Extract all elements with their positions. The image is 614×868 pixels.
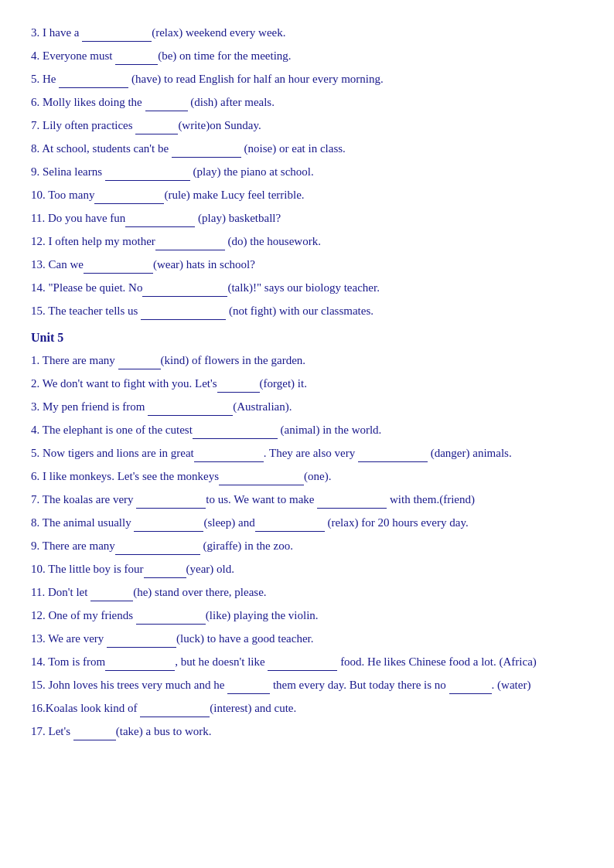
u5-line-3-text: 3. My pen friend is from bbox=[31, 400, 148, 413]
line-3-text: (relax) weekend every week. bbox=[152, 26, 285, 39]
line-9-num: 9. Selina learns bbox=[31, 165, 105, 178]
u5-line-16: 16.Koalas look kind of (interest) and cu… bbox=[31, 699, 583, 717]
u5-line-2: 2. We don't want to fight with you. Let'… bbox=[31, 374, 583, 393]
u5-blank-11[interactable] bbox=[90, 589, 133, 601]
u5-line-11: 11. Don't let (he) stand over there, ple… bbox=[31, 583, 583, 601]
u5-line-6-text: 6. I like monkeys. Let's see the monkeys bbox=[31, 470, 219, 482]
line-14-text: (talk)!" says our biology teacher. bbox=[227, 281, 379, 294]
line-15-num: 15. The teacher tells us bbox=[31, 305, 141, 317]
blank-15[interactable] bbox=[141, 308, 226, 320]
u5-line-4: 4. The elephant is one of the cutest (an… bbox=[31, 420, 583, 439]
blank-5[interactable] bbox=[59, 76, 128, 88]
u5-line-9-text: 9. There are many bbox=[31, 540, 115, 552]
line-6-text: (dish) after meals. bbox=[188, 96, 275, 108]
exercise-container: 3. I have a (relax) weekend every week. … bbox=[31, 23, 583, 740]
line-12-text: (do) the housework. bbox=[225, 235, 321, 247]
line-12: 12. I often help my mother (do) the hous… bbox=[31, 232, 583, 250]
u5-blank-13[interactable] bbox=[107, 635, 176, 648]
blank-14[interactable] bbox=[142, 284, 227, 297]
u5-line-11-text: 11. Don't let bbox=[31, 586, 90, 598]
u5-line-9: 9. There are many (giraffe) in the zoo. bbox=[31, 536, 583, 555]
u5-blank-15b[interactable] bbox=[449, 682, 492, 694]
line-4-num: 4. Everyone must bbox=[31, 49, 115, 62]
u5-line-10-text: 10. The little boy is four bbox=[31, 563, 144, 575]
line-6-num: 6. Molly likes doing the bbox=[31, 96, 145, 108]
blank-7[interactable] bbox=[135, 122, 178, 134]
blank-3[interactable] bbox=[82, 29, 152, 42]
u5-line-5-text: 5. Now tigers and lions are in great bbox=[31, 447, 194, 459]
blank-6[interactable] bbox=[145, 99, 188, 111]
u5-blank-8b[interactable] bbox=[255, 519, 325, 532]
blank-12[interactable] bbox=[155, 238, 225, 250]
line-13-num: 13. Can we bbox=[31, 258, 84, 271]
u5-line-13: 13. We are very (luck) to have a good te… bbox=[31, 629, 583, 648]
line-13-text: (wear) hats in school? bbox=[153, 258, 255, 271]
u5-blank-9[interactable] bbox=[115, 543, 200, 555]
blank-8[interactable] bbox=[172, 145, 241, 158]
line-5-text: (have) to read English for half an hour … bbox=[128, 73, 383, 85]
u5-line-17: 17. Let's (take) a bus to work. bbox=[31, 722, 583, 740]
line-4: 4. Everyone must (be) on time for the me… bbox=[31, 46, 583, 65]
u5-blank-17[interactable] bbox=[73, 728, 116, 740]
line-7-num: 7. Lily often practices bbox=[31, 119, 135, 131]
line-10-num: 10. Too many bbox=[31, 189, 94, 201]
u5-line-16-text: 16.Koalas look kind of bbox=[31, 702, 140, 714]
line-15: 15. The teacher tells us (not fight) wit… bbox=[31, 301, 583, 320]
line-15-text: (not fight) with our classmates. bbox=[226, 305, 374, 317]
u5-blank-14b[interactable] bbox=[268, 659, 337, 671]
u5-blank-3[interactable] bbox=[148, 403, 233, 416]
u5-blank-2[interactable] bbox=[217, 380, 260, 393]
u5-blank-4[interactable] bbox=[193, 427, 278, 439]
line-10: 10. Too many(rule) make Lucy feel terrib… bbox=[31, 186, 583, 204]
blank-10[interactable] bbox=[94, 192, 164, 204]
u5-line-4-text: 4. The elephant is one of the cutest bbox=[31, 424, 193, 436]
line-14-num: 14. "Please be quiet. No bbox=[31, 281, 142, 294]
line-11: 11. Do you have fun (play) basketball? bbox=[31, 209, 583, 227]
u5-blank-16[interactable] bbox=[140, 705, 210, 717]
u5-blank-7b[interactable] bbox=[317, 496, 387, 509]
line-14: 14. "Please be quiet. No(talk)!" says ou… bbox=[31, 278, 583, 297]
u5-line-1: 1. There are many (kind) of flowers in t… bbox=[31, 351, 583, 369]
line-7: 7. Lily often practices (write)on Sunday… bbox=[31, 116, 583, 134]
blank-11[interactable] bbox=[125, 215, 195, 227]
u5-blank-5b[interactable] bbox=[358, 450, 428, 462]
u5-line-5: 5. Now tigers and lions are in great. Th… bbox=[31, 444, 583, 462]
line-11-text: (play) basketball? bbox=[195, 212, 281, 224]
u5-line-17-text: 17. Let's bbox=[31, 725, 73, 737]
u5-line-7-text: 7. The koalas are very bbox=[31, 493, 136, 505]
blank-9[interactable] bbox=[105, 168, 190, 181]
line-13: 13. Can we(wear) hats in school? bbox=[31, 255, 583, 274]
u5-line-7: 7. The koalas are very to us. We want to… bbox=[31, 490, 583, 509]
u5-blank-12[interactable] bbox=[136, 612, 206, 625]
blank-4[interactable] bbox=[115, 53, 158, 65]
line-9: 9. Selina learns (play) the piano at sch… bbox=[31, 162, 583, 181]
u5-blank-1[interactable] bbox=[118, 357, 161, 369]
blank-13[interactable] bbox=[84, 261, 153, 274]
u5-blank-6[interactable] bbox=[219, 473, 304, 485]
u5-line-2-text: 2. We don't want to fight with you. Let'… bbox=[31, 377, 217, 390]
line-6: 6. Molly likes doing the (dish) after me… bbox=[31, 93, 583, 111]
line-8: 8. At school, students can't be (noise) … bbox=[31, 139, 583, 158]
u5-blank-7a[interactable] bbox=[136, 496, 206, 509]
u5-line-6: 6. I like monkeys. Let's see the monkeys… bbox=[31, 467, 583, 485]
u5-line-3: 3. My pen friend is from (Australian). bbox=[31, 397, 583, 416]
line-11-num: 11. Do you have fun bbox=[31, 212, 125, 224]
line-7-text: (write)on Sunday. bbox=[178, 119, 261, 131]
u5-line-8-text: 8. The animal usually bbox=[31, 516, 134, 529]
u5-line-14: 14. Tom is from, but he doesn't like foo… bbox=[31, 652, 583, 671]
line-8-num: 8. At school, students can't be bbox=[31, 142, 172, 155]
u5-line-14-text: 14. Tom is from bbox=[31, 655, 105, 668]
u5-line-12: 12. One of my friends (like) playing the… bbox=[31, 606, 583, 625]
u5-blank-15a[interactable] bbox=[227, 682, 270, 694]
line-12-num: 12. I often help my mother bbox=[31, 235, 155, 247]
u5-blank-5a[interactable] bbox=[194, 450, 264, 462]
u5-blank-14a[interactable] bbox=[105, 659, 175, 671]
u5-blank-8a[interactable] bbox=[134, 519, 203, 532]
line-5-num: 5. He bbox=[31, 73, 59, 85]
u5-line-15: 15. John loves his trees very much and h… bbox=[31, 676, 583, 694]
u5-blank-10[interactable] bbox=[144, 566, 186, 578]
line-8-text: (noise) or eat in class. bbox=[241, 142, 346, 155]
u5-line-8: 8. The animal usually (sleep) and (relax… bbox=[31, 513, 583, 532]
line-4-text: (be) on time for the meeting. bbox=[158, 49, 291, 62]
line-3-num: 3. I have a bbox=[31, 26, 82, 39]
